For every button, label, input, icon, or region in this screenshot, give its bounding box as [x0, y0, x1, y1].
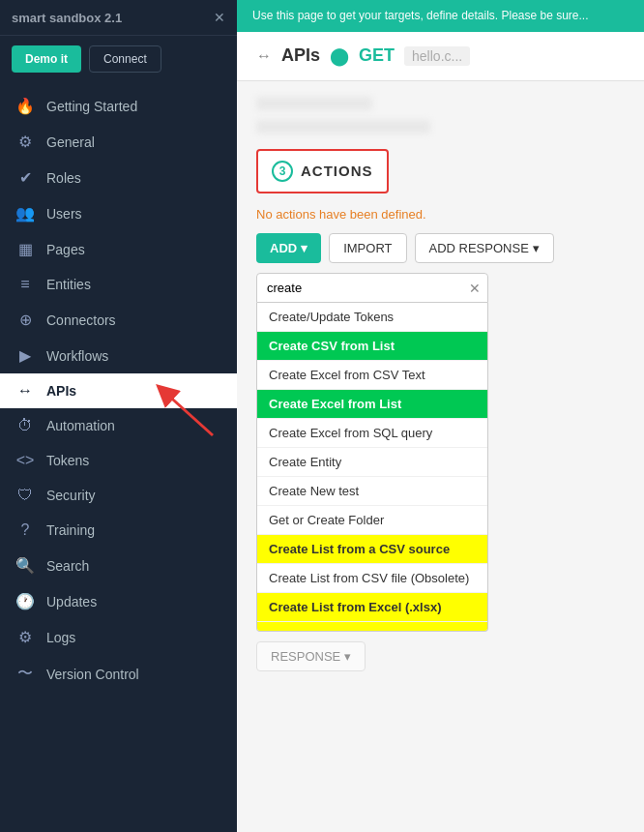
api-dot: ⬤	[330, 45, 349, 67]
sidebar-item-label-automation: Automation	[46, 418, 115, 433]
sidebar-item-label-users: Users	[46, 206, 82, 222]
search-icon: 🔍	[15, 556, 35, 575]
sidebar-item-general[interactable]: ⚙General	[0, 124, 237, 160]
sidebar-item-tokens[interactable]: <>Tokens	[0, 443, 237, 478]
dropdown-item[interactable]: Create/Update Tokens	[257, 303, 487, 332]
sidebar-item-getting-started[interactable]: 🔥Getting Started	[0, 88, 237, 124]
entities-icon: ≡	[15, 276, 35, 293]
api-icon: ↔	[256, 47, 272, 65]
sidebar-item-entities[interactable]: ≡Entities	[0, 267, 237, 302]
sidebar-item-updates[interactable]: 🕐Updates	[0, 583, 237, 619]
updates-icon: 🕐	[15, 592, 35, 610]
dropdown-list: Create/Update TokensCreate CSV from List…	[256, 303, 488, 632]
sidebar-item-logs[interactable]: ⚙Logs	[0, 619, 237, 655]
workflows-icon: ▶	[15, 346, 35, 365]
sidebar-item-label-entities: Entities	[46, 277, 91, 292]
main-header: ↔ APIs ⬤ GET hello.c...	[237, 32, 644, 81]
sidebar-item-security[interactable]: 🛡Security	[0, 478, 237, 513]
sidebar-item-label-workflows: Workflows	[46, 348, 108, 364]
second-action-buttons: RESPONSE ▾	[256, 641, 625, 671]
dropdown-item[interactable]: Create Excel from SQL query	[257, 419, 487, 448]
app-name: smart sandbox 2.1	[12, 11, 122, 25]
dropdown-item[interactable]: Create Entity	[257, 448, 487, 477]
sidebar-item-label-updates: Updates	[46, 594, 97, 609]
sidebar-item-label-getting-started: Getting Started	[46, 99, 137, 114]
dropdown-item[interactable]: Create List from CSV file (Obsolete)	[257, 564, 487, 593]
sidebar-item-label-security: Security	[46, 488, 96, 503]
general-icon: ⚙	[15, 133, 35, 151]
sidebar-item-label-tokens: Tokens	[46, 453, 89, 468]
logs-icon: ⚙	[15, 628, 35, 646]
sidebar-item-label-pages: Pages	[46, 242, 85, 257]
dropdown-item[interactable]: Create CSV from List	[257, 332, 487, 361]
version-control-icon: 〜	[15, 664, 35, 684]
sidebar-item-label-logs: Logs	[46, 630, 75, 645]
dropdown-item[interactable]: Create New test	[257, 477, 487, 506]
sidebar-item-label-apis: APIs	[46, 383, 76, 399]
sidebar-item-training[interactable]: ?Training	[0, 513, 237, 548]
getting-started-icon: 🔥	[15, 97, 35, 115]
dropdown-container: ✕ Create/Update TokensCreate CSV from Li…	[256, 273, 488, 632]
sidebar-item-label-general: General	[46, 134, 95, 150]
automation-icon: ⏱	[15, 417, 35, 434]
top-banner: Use this page to get your targets, defin…	[237, 0, 644, 32]
sidebar-nav: 🔥Getting Started⚙General✔Roles👥Users▦Pag…	[0, 82, 237, 832]
actions-header: 3 ACTIONS	[272, 161, 373, 182]
blurred-fields	[256, 97, 625, 134]
training-icon: ?	[15, 521, 35, 539]
sidebar-item-search[interactable]: 🔍Search	[0, 548, 237, 583]
dropdown-item[interactable]: Create List from JSON	[257, 622, 487, 632]
dropdown-item[interactable]: Create List from a CSV source	[257, 535, 487, 564]
sidebar-item-connectors[interactable]: ⊕Connectors	[0, 302, 237, 338]
sidebar: smart sandbox 2.1 ✕ Demo it Connect 🔥Get…	[0, 0, 237, 832]
main-content: Use this page to get your targets, defin…	[237, 0, 644, 832]
no-actions-text: No actions have been defined.	[256, 207, 625, 222]
main-body: 3 ACTIONS No actions have been defined. …	[237, 81, 644, 832]
sidebar-item-label-connectors: Connectors	[46, 312, 116, 328]
connectors-icon: ⊕	[15, 311, 35, 329]
sidebar-item-label-version-control: Version Control	[46, 667, 139, 682]
sidebar-item-roles[interactable]: ✔Roles	[0, 160, 237, 195]
sidebar-item-workflows[interactable]: ▶Workflows	[0, 338, 237, 373]
dropdown-item[interactable]: Get or Create Folder	[257, 506, 487, 535]
add-response-button[interactable]: ADD RESPONSE ▾	[415, 233, 554, 263]
pages-icon: ▦	[15, 240, 35, 258]
add-button[interactable]: ADD ▾	[256, 233, 321, 263]
apis-icon: ↔	[15, 382, 35, 400]
dropdown-search-input[interactable]	[256, 273, 488, 303]
dropdown-item[interactable]: Create List from Excel (.xlsx)	[257, 593, 487, 622]
api-url: hello.c...	[404, 46, 470, 66]
sidebar-item-version-control[interactable]: 〜Version Control	[0, 655, 237, 693]
sidebar-item-label-search: Search	[46, 558, 89, 574]
import-button[interactable]: IMPORT	[329, 233, 406, 263]
blurred-field-2	[256, 120, 430, 134]
api-title: APIs	[281, 45, 320, 66]
actions-badge: 3	[272, 161, 293, 182]
actions-title: ACTIONS	[301, 163, 373, 179]
sidebar-item-apis[interactable]: ↔APIs	[0, 373, 237, 408]
security-icon: 🛡	[15, 487, 35, 504]
connect-button[interactable]: Connect	[89, 45, 161, 73]
tokens-icon: <>	[15, 452, 35, 469]
sidebar-top: smart sandbox 2.1 ✕	[0, 0, 237, 36]
sidebar-item-pages[interactable]: ▦Pages	[0, 231, 237, 267]
demo-button[interactable]: Demo it	[12, 45, 81, 73]
dropdown-item[interactable]: Create Excel from List	[257, 390, 487, 419]
sidebar-item-label-roles: Roles	[46, 170, 81, 186]
dropdown-item[interactable]: Create Excel from CSV Text	[257, 361, 487, 390]
actions-section: 3 ACTIONS	[256, 149, 389, 193]
sidebar-item-users[interactable]: 👥Users	[0, 195, 237, 231]
action-buttons-row: ADD ▾ IMPORT ADD RESPONSE ▾	[256, 233, 625, 263]
roles-icon: ✔	[15, 168, 35, 187]
dropdown-clear-icon[interactable]: ✕	[469, 281, 481, 296]
sidebar-item-label-training: Training	[46, 522, 95, 538]
users-icon: 👥	[15, 204, 35, 223]
sidebar-buttons: Demo it Connect	[0, 36, 237, 82]
close-icon[interactable]: ✕	[214, 10, 225, 25]
blurred-field-1	[256, 97, 372, 110]
sidebar-item-automation[interactable]: ⏱Automation	[0, 408, 237, 443]
add-response-button-2[interactable]: RESPONSE ▾	[256, 641, 366, 671]
api-method: GET	[359, 45, 395, 66]
